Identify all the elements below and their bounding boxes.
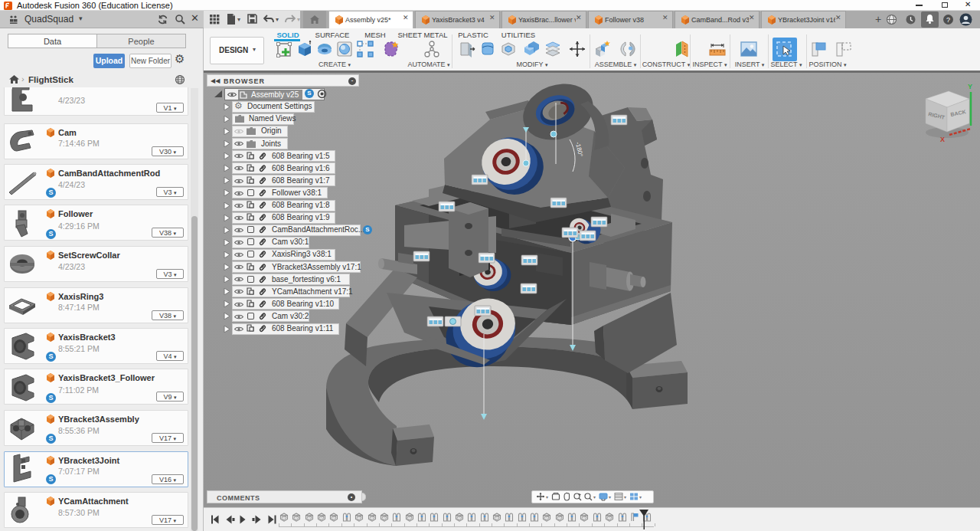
svg-text:X: X [940,136,945,143]
svg-text:?: ? [946,16,950,24]
svg-text:Y: Y [968,83,972,90]
